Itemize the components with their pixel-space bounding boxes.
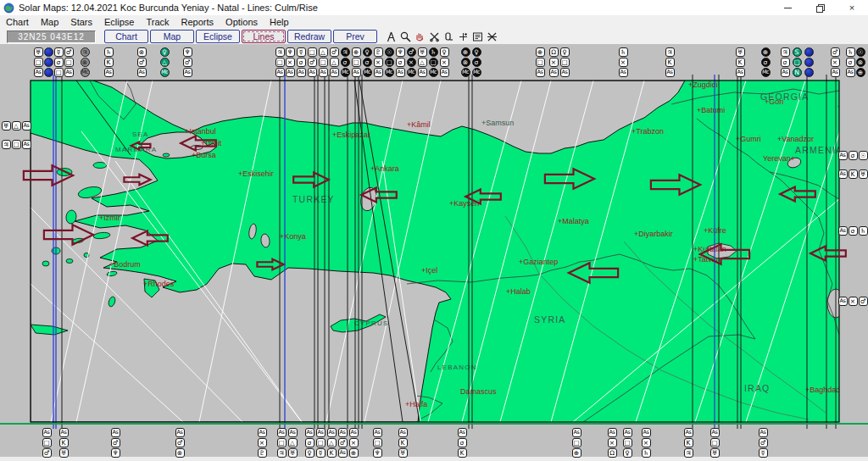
trine-aspect-glyph-icon: △ <box>160 58 170 67</box>
fortune-glyph-icon: ⊕ <box>761 47 771 57</box>
clip-tool-icon[interactable] <box>442 30 456 44</box>
city-label: +Trabzon <box>632 127 664 136</box>
island <box>42 261 49 266</box>
divider-tool-icon[interactable] <box>384 30 398 44</box>
planet-line-marker-stack: Asσ♀ <box>304 427 314 458</box>
menu-chart[interactable]: Chart <box>0 16 35 28</box>
ascendant-glyph-icon: As <box>316 428 326 437</box>
menu-stars[interactable]: Stars <box>64 16 98 28</box>
sextile-aspect-glyph-icon: × <box>549 58 559 67</box>
fortune-glyph-icon: ⊗ <box>461 58 470 67</box>
trine-aspect-glyph-icon: △ <box>12 121 21 131</box>
jupiter-glyph-icon: ♃ <box>277 448 287 458</box>
menu-help[interactable]: Help <box>264 16 295 28</box>
planet-line-marker-stack: ⊕⊗Mc <box>460 47 470 77</box>
city-label: +Kâmil <box>407 120 431 129</box>
minimize-button[interactable] <box>771 0 804 15</box>
neptune-glyph-icon: ♆ <box>286 47 295 57</box>
planet-line-marker-stack: ☿σAs <box>296 47 306 77</box>
ascendant-glyph-icon: As <box>418 68 427 77</box>
square-aspect-glyph-icon: □ <box>572 438 581 447</box>
ascendant-glyph-icon: As <box>623 428 632 437</box>
planet-line-marker-stack: AsσK <box>457 427 467 458</box>
planet-line-marker-stack: ♂□As <box>64 47 74 77</box>
planet-line-marker-stack: ♆σAs <box>395 47 405 77</box>
conjunction-glyph-icon: σ <box>846 58 855 67</box>
prev-button[interactable]: Prev <box>333 30 377 43</box>
city-label: +Izmir <box>99 214 120 222</box>
window-footer <box>0 457 868 461</box>
chiron-glyph-icon: K <box>665 58 675 67</box>
planet-glyph-icon <box>804 68 814 77</box>
app-globe-icon <box>3 3 14 14</box>
midheaven-glyph-icon: Mc <box>341 68 350 77</box>
sun-glyph-icon: ☉ <box>385 47 394 57</box>
planet-line-marker-stack: As♂☿ <box>758 427 768 458</box>
ascendant-glyph-icon: As <box>398 428 408 437</box>
midheaven-glyph-icon: Mc <box>363 68 372 77</box>
ascendant-glyph-icon: As <box>137 68 147 77</box>
ascendant-glyph-icon: As <box>838 169 848 179</box>
uranus-glyph-icon: ♅ <box>710 448 720 458</box>
astro-map[interactable]: TURKEYSYRIACYPRUSLEBANONGEORGIAARMENIAIR… <box>0 44 868 461</box>
neptune-glyph-icon: ♆ <box>373 448 382 458</box>
planet-line-marker-stack: ♄□Mc <box>428 47 438 77</box>
city-label: +Eskipazar <box>332 131 370 139</box>
menu-reports[interactable]: Reports <box>175 16 220 28</box>
point-tool-icon[interactable] <box>456 30 470 44</box>
close-button[interactable]: × <box>836 0 868 15</box>
pan-hand-tool-icon[interactable] <box>413 30 427 44</box>
ascendant-glyph-icon: As <box>781 68 790 77</box>
menu-track[interactable]: Track <box>140 16 175 28</box>
midheaven-glyph-icon: Mc <box>461 68 470 77</box>
city-label: +Eskisehir <box>238 169 274 178</box>
restore-button[interactable] <box>804 0 836 15</box>
planet-line-marker-stack: ♃σAs <box>780 47 790 77</box>
toolbar: 32N25 043E12 ChartMapEclipseLinesRedrawP… <box>0 29 868 46</box>
sextile-aspect-glyph-icon: × <box>374 58 383 67</box>
city-label: +Gori <box>765 97 783 106</box>
trine-aspect-glyph-icon: △ <box>330 58 339 67</box>
island <box>93 163 107 169</box>
planet-line-marker-stack <box>43 47 53 77</box>
sextile-aspect-glyph-icon: × <box>440 58 449 67</box>
planet-line-marker-stack: △□As <box>318 47 328 77</box>
menu-eclipse[interactable]: Eclipse <box>98 16 140 28</box>
square-aspect-glyph-icon: □ <box>560 58 570 67</box>
chiron-glyph-icon: K <box>398 438 408 447</box>
square-aspect-glyph-icon: □ <box>308 47 317 57</box>
planet-line-marker-stack: ♃σMc <box>340 47 350 77</box>
info-list-tool-icon[interactable] <box>470 30 485 44</box>
menu-map[interactable]: Map <box>35 16 64 28</box>
ascendant-glyph-icon: As <box>838 226 848 236</box>
ascendant-glyph-icon: As <box>349 428 359 437</box>
fortune-glyph-icon: ⊗ <box>137 47 147 57</box>
square-aspect-glyph-icon: □ <box>373 438 382 447</box>
ascendant-glyph-icon: As <box>22 121 31 131</box>
title-bar: Solar Maps: 12.04.2021 Koc Burcunda Yeni… <box>0 0 868 15</box>
planet-line-marker-stack: AsK♅ <box>58 427 69 458</box>
lines-button[interactable]: Lines <box>242 30 286 43</box>
menu-options[interactable]: Options <box>220 16 264 28</box>
star-tool-icon[interactable] <box>485 30 499 44</box>
map-button[interactable]: Map <box>150 30 194 43</box>
sextile-aspect-glyph-icon: × <box>349 438 359 447</box>
planet-line-marker-stack: AsK♅ <box>837 169 868 179</box>
planet-line-marker-stack: ♂×As <box>830 47 840 77</box>
restore-icon <box>816 4 823 11</box>
zoom-tool-icon[interactable] <box>398 30 413 44</box>
fortune-glyph-icon: ⊗ <box>175 448 185 458</box>
eclipse-button[interactable]: Eclipse <box>196 30 240 43</box>
chiron-glyph-icon: K <box>458 448 467 458</box>
cut-tool-icon[interactable] <box>427 30 442 44</box>
uranus-glyph-icon: ♅ <box>859 169 868 179</box>
trine-aspect-glyph-icon: △ <box>327 438 337 447</box>
redraw-button[interactable]: Redraw <box>287 30 331 43</box>
ascendant-glyph-icon: As <box>64 68 74 77</box>
square-aspect-glyph-icon: □ <box>54 68 64 77</box>
chart-button[interactable]: Chart <box>104 30 148 43</box>
planet-line-marker-stack: As×⊕ <box>348 427 359 458</box>
square-aspect-glyph-icon: □ <box>710 438 720 447</box>
planet-line-marker-stack: ⊗♂As <box>136 47 147 77</box>
planet-line-marker-stack: As×♂ <box>837 296 868 306</box>
